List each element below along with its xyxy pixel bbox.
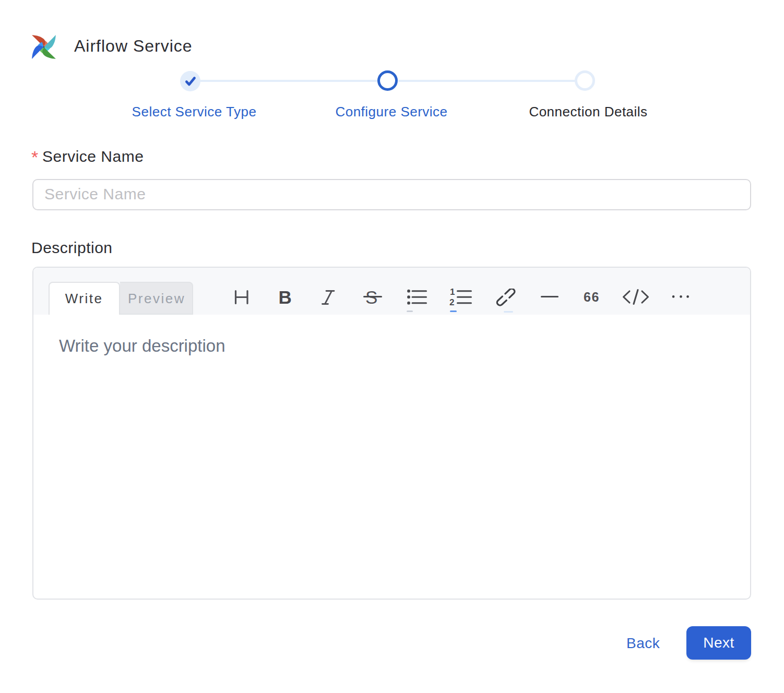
svg-text:2: 2 — [449, 297, 454, 306]
svg-text:1: 1 — [450, 288, 455, 297]
